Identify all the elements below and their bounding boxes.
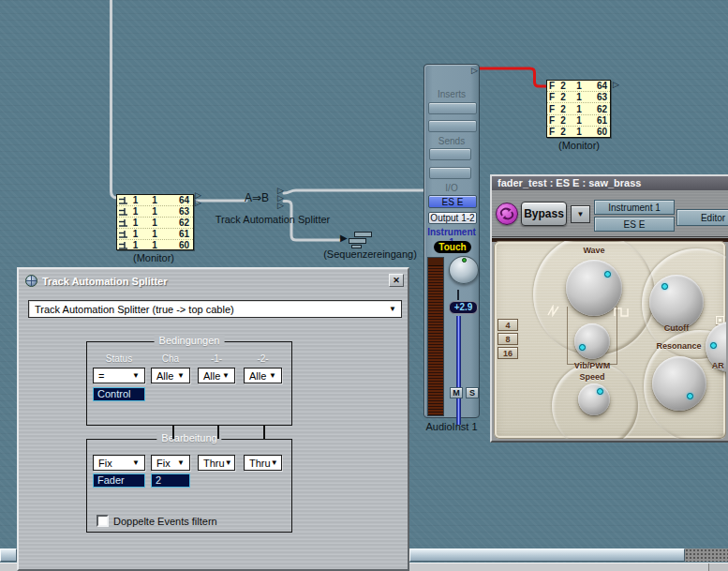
- chevron-down-icon: ▼: [225, 458, 232, 467]
- column-header-data2: -2-: [244, 353, 282, 364]
- plugin-name-button[interactable]: ES E: [594, 217, 675, 232]
- insert-slot-1[interactable]: [428, 102, 477, 114]
- cutoff-knob[interactable]: [649, 275, 704, 329]
- fader-tick: [457, 290, 459, 300]
- monitor-row: 1 1 62: [117, 218, 193, 229]
- sawtooth-wave-icon: [546, 305, 561, 317]
- monitor-row: F 2 1 62: [547, 103, 610, 114]
- link-icon[interactable]: [496, 203, 518, 225]
- chevron-down-icon: ▼: [389, 305, 396, 313]
- gain-value[interactable]: +2.9: [449, 301, 478, 314]
- data1-operation-select[interactable]: Thru ▼: [198, 455, 235, 471]
- automation-mode-button[interactable]: Touch: [434, 241, 471, 253]
- mute-button[interactable]: M: [450, 387, 463, 398]
- monitor-row: 1 1 60: [117, 240, 193, 250]
- status-operation-select[interactable]: Fix ▼: [93, 455, 145, 471]
- monitor-row: 1 1 64: [117, 195, 193, 206]
- h-scrollbar-thumb[interactable]: [409, 548, 685, 562]
- cable-splitter-to-strip: [284, 190, 423, 193]
- group-connector-line: [263, 426, 265, 439]
- conditions-group: Bedingungen Status Cha -1- -2- = ▼ Alle …: [86, 341, 292, 426]
- sequencer-input-icon: ▶: [340, 233, 348, 242]
- fader-event-icon: [118, 241, 128, 249]
- h-scrollbar-track[interactable]: [685, 548, 728, 562]
- h-scrollbar-thumb[interactable]: [0, 548, 17, 562]
- speed-label: Speed: [561, 372, 623, 382]
- synth-panel: 4 8 16 Wave Vib/PWM Speed: [494, 241, 726, 439]
- dialog-titlebar[interactable]: Track Automation Splitter: [22, 272, 405, 290]
- editor-button[interactable]: Editor: [676, 209, 728, 226]
- filter-duplicates-label: Doppelte Events filtern: [113, 516, 217, 527]
- knob-indicator-dot: [579, 344, 586, 351]
- data1-condition-select[interactable]: Alle ▼: [198, 368, 235, 383]
- resonance-knob[interactable]: [652, 356, 706, 411]
- cha-operation-value[interactable]: 2: [151, 473, 190, 488]
- sequencer-input-object[interactable]: [349, 232, 373, 250]
- status-condition-select[interactable]: = ▼: [93, 368, 145, 383]
- bypass-button[interactable]: Bypass: [521, 202, 567, 226]
- plugin-window: fader_test : ES E : saw_brass Bypass ▼ I…: [490, 174, 728, 443]
- output-slot-button[interactable]: Output 1-2: [428, 212, 477, 224]
- fader-event-icon: [118, 207, 128, 216]
- solo-button[interactable]: S: [466, 387, 479, 398]
- cutoff-label: Cutoff: [648, 323, 705, 333]
- column-header-data1: -1-: [198, 353, 235, 364]
- filter-duplicates-checkbox[interactable]: [97, 515, 109, 527]
- dialog-title: Track Automation Splitter: [42, 276, 167, 287]
- chevron-down-icon: ▼: [269, 371, 276, 380]
- dialog-window-icon: [25, 275, 37, 287]
- vib-pwm-label: Vib/PWM: [561, 361, 623, 370]
- link-swirl-icon: [497, 203, 517, 224]
- track-name-label: AudioInst 1: [423, 421, 480, 432]
- cha-condition-select[interactable]: Alle ▼: [151, 368, 190, 383]
- inserts-label: Inserts: [424, 89, 479, 99]
- chevron-down-icon: ▼: [177, 458, 185, 467]
- insert-slot-2[interactable]: [428, 120, 477, 132]
- ar-label: AR In: [702, 361, 726, 370]
- plugin-dropdown-button[interactable]: ▼: [571, 205, 590, 223]
- vib-pwm-knob[interactable]: [574, 323, 610, 359]
- knob-indicator-dot: [597, 388, 603, 395]
- monitor-row: 1 1 63: [117, 206, 193, 218]
- group-connector-line: [217, 426, 219, 439]
- speed-knob[interactable]: [578, 383, 610, 415]
- volume-fader[interactable]: [456, 316, 461, 425]
- chevron-down-icon: ▼: [271, 458, 278, 467]
- chevron-down-icon: ▼: [222, 371, 230, 380]
- status-operation-value[interactable]: Fader: [93, 473, 145, 488]
- chevron-down-icon: ▼: [132, 371, 140, 380]
- output-port-icon[interactable]: ▷: [195, 199, 201, 207]
- send-slot-2[interactable]: [429, 167, 471, 179]
- close-button[interactable]: ✕: [389, 274, 404, 287]
- monitor-row: F 2 1 63: [547, 92, 610, 103]
- data2-operation-select[interactable]: Thru ▼: [244, 455, 282, 471]
- sends-label: Sends: [424, 136, 479, 146]
- strip-output-port-icon[interactable]: ▷: [471, 67, 478, 75]
- monitor-object-left[interactable]: 1 1 64 1 1 63 1 1 62 1 1 61 1 1 60: [116, 194, 194, 250]
- instrument-link-button[interactable]: Instrument 1: [594, 200, 675, 215]
- output-port-icon[interactable]: ▷: [613, 81, 619, 89]
- octave-4-button[interactable]: 4: [498, 319, 518, 331]
- column-header-cha: Cha: [151, 353, 190, 364]
- monitor-object-right[interactable]: F 2 1 64 F 2 1 63 F 2 1 62 F 2 1 61 F 2 …: [546, 80, 611, 138]
- conditions-legend: Bedingungen: [155, 335, 225, 346]
- splitter-dialog: Track Automation Splitter ✕ Track Automa…: [17, 267, 409, 571]
- pan-knob[interactable]: [449, 256, 479, 284]
- level-meter: [427, 257, 444, 416]
- octave-16-button[interactable]: 16: [498, 347, 518, 359]
- meter-peak-block: [428, 258, 443, 266]
- preset-dropdown[interactable]: Track Automation Splitter (true -> top c…: [28, 300, 402, 318]
- instrument-slot-button[interactable]: ES E: [428, 195, 477, 208]
- splitter-object[interactable]: A⇒B: [245, 191, 269, 204]
- plugin-titlebar[interactable]: fader_test : ES E : saw_brass: [492, 176, 728, 190]
- cable-top-input: [111, 0, 119, 198]
- output-port-icon[interactable]: ▷: [277, 202, 284, 210]
- cha-operation-select[interactable]: Fix ▼: [151, 455, 190, 471]
- channel-strip: ▷ Inserts Sends I/O ES E Output 1-2 Inst…: [423, 64, 480, 418]
- send-slot-1[interactable]: [429, 148, 471, 160]
- status-condition-value[interactable]: Control: [93, 387, 145, 401]
- octave-8-button[interactable]: 8: [498, 333, 518, 345]
- data2-condition-select[interactable]: Alle ▼: [244, 368, 282, 383]
- chevron-down-icon: ▼: [177, 371, 185, 380]
- wave-label: Wave: [566, 246, 622, 255]
